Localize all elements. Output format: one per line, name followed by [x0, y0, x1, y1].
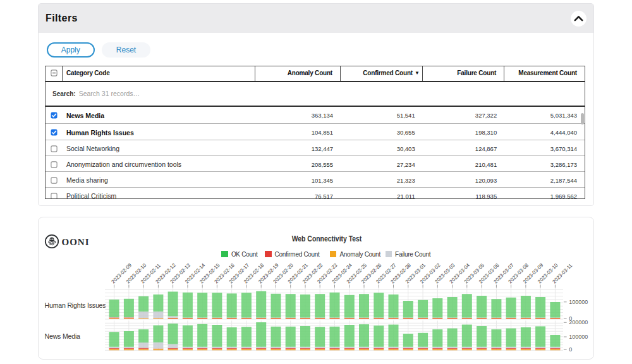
svg-text:100000: 100000: [569, 334, 588, 340]
svg-text:100000: 100000: [569, 299, 588, 305]
svg-text:200000: 200000: [569, 319, 588, 325]
svg-text:0: 0: [569, 346, 572, 353]
